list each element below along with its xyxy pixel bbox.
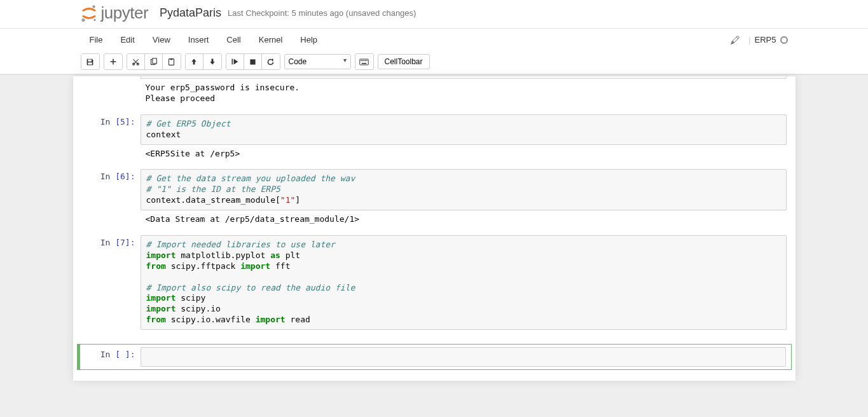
- svg-rect-10: [250, 59, 255, 64]
- code-cell-6[interactable]: In [6]: # Get the data stream you upload…: [77, 167, 792, 231]
- code-text: scipy.io.wavfile: [166, 315, 256, 324]
- save-button[interactable]: [81, 54, 99, 69]
- run-icon: [231, 58, 238, 65]
- svg-rect-14: [364, 60, 365, 61]
- svg-rect-9: [232, 59, 233, 65]
- code-keyword: from: [146, 315, 166, 324]
- move-up-button[interactable]: [186, 54, 203, 69]
- code-line: ]: [295, 195, 300, 205]
- svg-point-2: [93, 18, 95, 20]
- code-comment: # "1" is the ID at the ERP5: [146, 184, 280, 194]
- stop-icon: [249, 58, 256, 65]
- svg-rect-17: [362, 63, 367, 64]
- svg-rect-6: [152, 58, 156, 63]
- code-text: scipy.fftpack: [166, 261, 240, 271]
- toolbar: Code CellToolbar: [73, 51, 796, 74]
- output-5: <ERP5Site at /erp5>: [141, 145, 787, 163]
- menu-insert[interactable]: Insert: [179, 30, 218, 50]
- code-keyword: from: [146, 261, 166, 271]
- code-keyword: import: [146, 304, 176, 313]
- notebook-background: Your erp5_password is insecure. Please p…: [0, 74, 868, 417]
- code-input-5[interactable]: # Get ERP5 Object context: [141, 114, 787, 145]
- svg-point-0: [92, 5, 95, 8]
- code-text: plt: [280, 250, 300, 260]
- code-string: "1": [280, 195, 295, 205]
- notebook-name[interactable]: PydataParis: [160, 6, 221, 20]
- code-cell-empty[interactable]: In [ ]:: [77, 344, 792, 370]
- svg-rect-8: [170, 58, 172, 59]
- code-line: context.data_stream_module[: [146, 195, 280, 205]
- kernel-separator: |: [748, 35, 750, 44]
- code-input-6[interactable]: # Get the data stream you uploaded the w…: [141, 169, 787, 210]
- code-line: context: [146, 130, 181, 139]
- svg-rect-15: [365, 60, 366, 61]
- svg-point-1: [81, 18, 85, 21]
- menu-edit[interactable]: Edit: [111, 30, 143, 50]
- code-text: read: [286, 315, 310, 324]
- code-comment: # Get the data stream you uploaded the w…: [146, 174, 355, 183]
- output-6: <Data Stream at /erp5/data_stream_module…: [141, 210, 787, 229]
- svg-rect-16: [366, 60, 368, 61]
- copy-icon: [149, 58, 158, 66]
- command-palette-button[interactable]: [355, 54, 373, 69]
- code-cell-5[interactable]: In [5]: # Get ERP5 Object context <ERP5S…: [77, 112, 792, 166]
- paste-icon: [167, 58, 176, 66]
- menu-kernel[interactable]: Kernel: [250, 30, 292, 50]
- prompt-in-6: In [6]:: [77, 169, 141, 229]
- code-cell-7[interactable]: In [7]: # Import needed libraries to use…: [77, 233, 792, 332]
- code-text: scipy: [176, 293, 205, 303]
- svg-rect-13: [362, 60, 364, 61]
- cell-type-select[interactable]: Code: [284, 54, 351, 69]
- add-cell-button[interactable]: [104, 54, 122, 69]
- code-keyword: import: [146, 250, 176, 260]
- jupyter-icon: [79, 4, 99, 23]
- paste-button[interactable]: [163, 54, 181, 69]
- cell-output-fragment[interactable]: Your erp5_password is insecure. Please p…: [77, 76, 792, 111]
- svg-rect-12: [361, 60, 362, 61]
- run-button[interactable]: [226, 54, 244, 69]
- code-input-7[interactable]: # Import needed libraries to use later i…: [141, 235, 787, 330]
- code-comment: # Get ERP5 Object: [146, 119, 231, 128]
- menu-view[interactable]: View: [144, 30, 179, 50]
- restart-button[interactable]: [262, 54, 280, 69]
- prompt-empty: [77, 76, 141, 108]
- menu-help[interactable]: Help: [291, 30, 326, 50]
- move-down-button[interactable]: [203, 54, 221, 69]
- menu-cell[interactable]: Cell: [217, 30, 249, 50]
- logo-text: jupyter: [101, 3, 149, 23]
- keyboard-icon: [359, 58, 369, 65]
- kernel-name[interactable]: ERP5: [755, 35, 776, 44]
- code-keyword: import: [240, 261, 270, 271]
- code-keyword: import: [146, 293, 176, 303]
- celltoolbar-button[interactable]: CellToolbar: [378, 54, 430, 69]
- restart-icon: [266, 58, 275, 66]
- plus-icon: [109, 58, 117, 65]
- prompt-in-empty: In [ ]:: [80, 347, 141, 367]
- cut-button[interactable]: [127, 54, 145, 69]
- code-text: scipy.io: [176, 304, 220, 313]
- menu-file[interactable]: File: [81, 30, 112, 50]
- code-input-empty[interactable]: [141, 347, 786, 367]
- prompt-in-5: In [5]:: [77, 114, 141, 163]
- checkpoint-status: Last Checkpoint: 5 minutes ago (unsaved …: [228, 8, 416, 18]
- code-text: fft: [270, 261, 290, 271]
- output-text: Your erp5_password is insecure. Please p…: [141, 79, 787, 108]
- code-keyword: as: [270, 250, 280, 260]
- prompt-in-7: In [7]:: [77, 235, 141, 330]
- code-comment: # Import also scipy to read the audio fi…: [146, 283, 355, 292]
- edit-mode-icon: [731, 36, 740, 44]
- arrow-down-icon: [209, 58, 216, 65]
- code-comment: # Import needed libraries to use later: [146, 240, 335, 249]
- menubar-container: File Edit View Insert Cell Kernel Help |…: [0, 29, 868, 74]
- notebook-container: Your erp5_password is insecure. Please p…: [73, 76, 796, 381]
- jupyter-logo[interactable]: jupyter: [79, 3, 149, 23]
- code-keyword: import: [256, 315, 286, 324]
- copy-button[interactable]: [145, 54, 163, 69]
- interrupt-button[interactable]: [244, 54, 262, 69]
- kernel-busy-icon[interactable]: [780, 36, 788, 44]
- menu-row: File Edit View Insert Cell Kernel Help |…: [73, 29, 796, 51]
- header: jupyter PydataParis Last Checkpoint: 5 m…: [0, 0, 868, 29]
- code-text: matplotlib.pyplot: [176, 250, 270, 260]
- kernel-indicator: | ERP5: [731, 35, 787, 44]
- svg-rect-11: [360, 59, 369, 65]
